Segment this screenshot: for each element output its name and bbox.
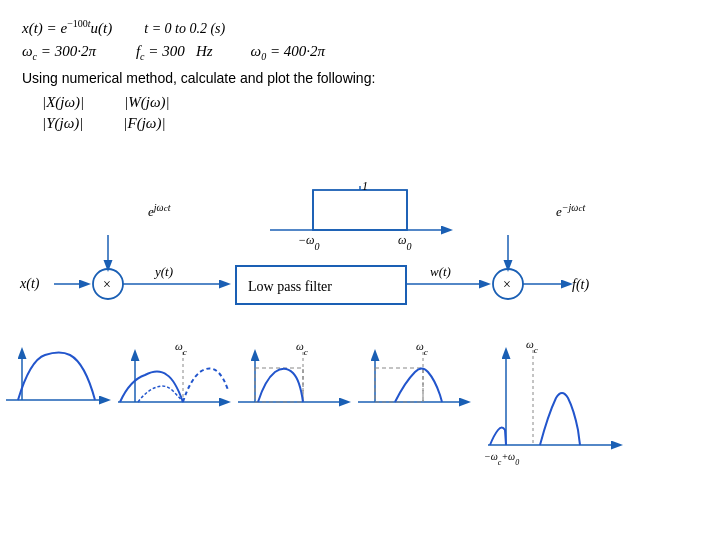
page: x(t) = e−100tu(t) t = 0 to 0.2 (s) ωc = … bbox=[0, 0, 722, 539]
svg-text:ωc: ωc bbox=[175, 340, 187, 357]
svg-text:×: × bbox=[103, 277, 111, 292]
svg-text:ωc: ωc bbox=[296, 340, 308, 357]
mag-F: |F(jω)| bbox=[123, 115, 165, 132]
mag-W: |W(jω)| bbox=[124, 94, 170, 111]
svg-text:w(t): w(t) bbox=[430, 264, 451, 279]
mag-X: |X(jω)| bbox=[42, 94, 84, 111]
equation-line1: x(t) = e−100tu(t) t = 0 to 0.2 (s) bbox=[22, 18, 700, 37]
eq2-w0: ω0 = 400·2π bbox=[251, 43, 325, 62]
svg-text:×: × bbox=[503, 277, 511, 292]
svg-text:Low pass filter: Low pass filter bbox=[248, 279, 332, 294]
svg-text:ejωct: ejωct bbox=[148, 202, 171, 219]
svg-text:ωc: ωc bbox=[416, 340, 428, 357]
diagram-area: 1 −ω0 ω0 ejωct e−jωct x(t) × bbox=[0, 180, 722, 539]
svg-text:e−jωct: e−jωct bbox=[556, 202, 585, 219]
eq2-wc: ωc = 300·2π bbox=[22, 43, 96, 62]
eq1-main: x(t) = e−100tu(t) bbox=[22, 18, 112, 37]
svg-rect-42 bbox=[375, 368, 423, 402]
svg-rect-37 bbox=[255, 368, 303, 402]
quantities-row2: |Y(jω)| |F(jω)| bbox=[42, 115, 700, 132]
diagram-svg: 1 −ω0 ω0 ejωct e−jωct x(t) × bbox=[0, 180, 722, 539]
svg-text:ω0: ω0 bbox=[398, 233, 411, 252]
eq2-fc: fc = 300 Hz bbox=[136, 43, 213, 62]
svg-text:y(t): y(t) bbox=[153, 264, 173, 279]
svg-rect-0 bbox=[313, 190, 407, 230]
mag-Y: |Y(jω)| bbox=[42, 115, 83, 132]
eq1-time: t = 0 to 0.2 (s) bbox=[144, 21, 225, 37]
svg-text:1: 1 bbox=[362, 180, 368, 193]
svg-text:−ω0: −ω0 bbox=[298, 233, 320, 252]
quantities-row1: |X(jω)| |W(jω)| bbox=[42, 94, 700, 111]
svg-text:−ωc+ω0: −ωc+ω0 bbox=[484, 451, 519, 467]
svg-text:x(t): x(t) bbox=[19, 276, 40, 292]
equation-line2: ωc = 300·2π fc = 300 Hz ω0 = 400·2π bbox=[22, 43, 700, 62]
svg-text:ωc: ωc bbox=[526, 338, 538, 355]
instruction-text: Using numerical method, calculate and pl… bbox=[22, 70, 700, 86]
svg-text:f(t): f(t) bbox=[572, 277, 589, 293]
